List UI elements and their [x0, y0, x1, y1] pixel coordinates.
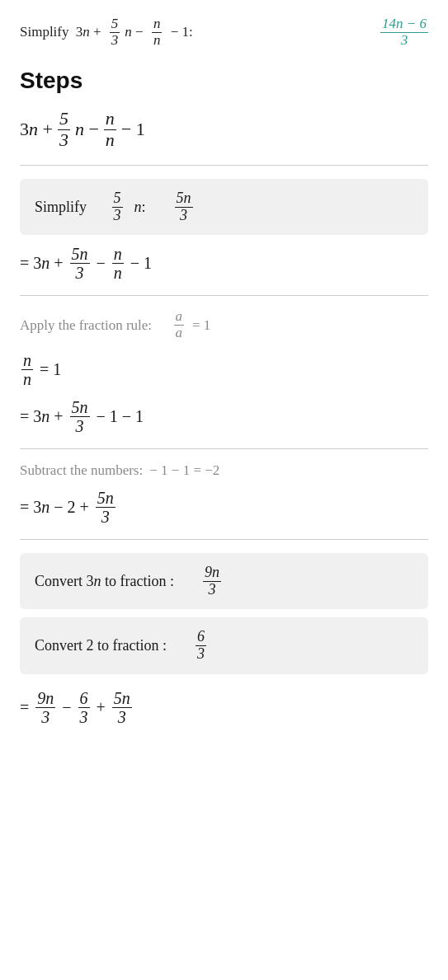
- header-frac2: n n: [152, 16, 163, 48]
- step3-note: Subtract the numbers: − 1 − 1 = −2: [20, 462, 428, 479]
- step4-label: Convert 3n to fraction :: [35, 573, 174, 590]
- step1-frac: 5 3: [112, 190, 123, 224]
- init-frac2: n n: [104, 109, 116, 149]
- initial-expression: 3n + 5 3 n − n n − 1: [20, 109, 428, 149]
- step5-box: Convert 2 to fraction : 6 3: [20, 617, 428, 674]
- final-frac1: 9n 3: [35, 689, 55, 726]
- final-plus: +: [97, 698, 106, 717]
- step2-res-rest: − 1 − 1: [97, 407, 144, 426]
- step2-note-text: Apply the fraction rule:: [20, 317, 152, 334]
- step3-res-frac: 5n 3: [96, 489, 116, 526]
- step2-rule-eq: = 1: [192, 317, 210, 334]
- header-expr3: − 1:: [167, 24, 192, 40]
- step1-res-end: − 1: [130, 254, 152, 273]
- step2-eq1: = 1: [40, 360, 61, 379]
- step2-note: Apply the fraction rule: a a = 1: [20, 309, 428, 340]
- final-frac3: 5n 3: [112, 689, 132, 726]
- simplify-label: Simplify: [20, 24, 69, 40]
- step1-res-frac1: 5n 3: [70, 245, 90, 282]
- header-expression: Simplify 3n + 5 3 n − n n − 1: 14n − 6 3: [20, 16, 428, 48]
- final-eq: =: [20, 698, 29, 717]
- step1-res-minus: −: [97, 254, 106, 273]
- header-frac1: 5 3: [110, 16, 120, 48]
- final-expression-line: = 9n 3 − 6 3 + 5n 3: [20, 689, 428, 726]
- header-result-frac: 14n − 6 3: [380, 16, 428, 48]
- step3-res-eq: = 3n − 2 +: [20, 498, 89, 517]
- step2-frac-nn: n n: [21, 351, 33, 388]
- step2-rule-frac: a a: [174, 309, 185, 340]
- step2-res-frac: 5n 3: [70, 398, 90, 435]
- step1-res-frac2: n n: [112, 245, 124, 282]
- divider-3: [20, 448, 428, 449]
- step1-result-line: = 3n + 5n 3 − n n − 1: [20, 245, 428, 282]
- step2-result-line: = 3n + 5n 3 − 1 − 1: [20, 398, 428, 435]
- step1-suffix: n:: [134, 199, 146, 216]
- step1-box: Simplify 5 3 n: 5n 3: [20, 179, 428, 236]
- final-minus: −: [62, 698, 71, 717]
- step3-note-text: Subtract the numbers:: [20, 462, 143, 479]
- init-frac1: 5 3: [58, 109, 70, 149]
- header-result: 14n − 6 3: [380, 16, 428, 48]
- divider-2: [20, 295, 428, 296]
- step1-res-eq: = 3n +: [20, 254, 64, 273]
- step5-result-frac: 6 3: [196, 629, 206, 663]
- init-expr2: n −: [75, 119, 99, 140]
- header-expr1: 3n +: [73, 24, 105, 40]
- step3-calc: − 1 − 1 = −2: [149, 462, 219, 479]
- step4-box: Convert 3n to fraction : 9n 3: [20, 553, 428, 610]
- step2-res-eq: = 3n +: [20, 407, 64, 426]
- step3-result-line: = 3n − 2 + 5n 3: [20, 489, 428, 526]
- step5-label: Convert 2 to fraction :: [35, 637, 167, 654]
- step2-frac-line: n n = 1: [20, 351, 428, 388]
- divider-4: [20, 539, 428, 540]
- init-expr1: 3n +: [20, 119, 53, 140]
- divider-1: [20, 165, 428, 166]
- step4-result-frac: 9n 3: [203, 565, 221, 598]
- final-frac2: 6 3: [78, 689, 90, 726]
- header-expr2: n −: [125, 24, 147, 40]
- init-expr3: − 1: [121, 119, 145, 140]
- step1-result-frac: 5n 3: [175, 190, 193, 224]
- steps-title: Steps: [20, 68, 428, 94]
- step1-label: Simplify: [35, 199, 87, 216]
